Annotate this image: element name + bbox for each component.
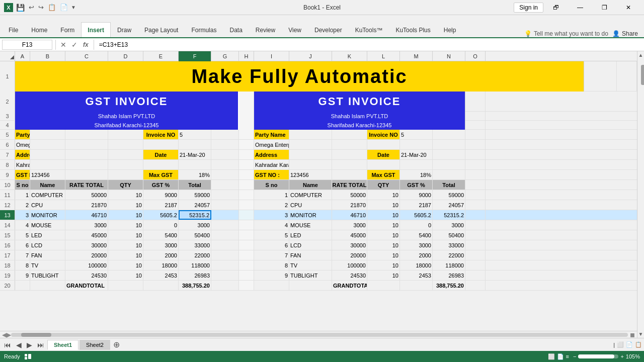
cell-C16[interactable]: 30000 (65, 240, 108, 250)
cell-C13[interactable]: 46710 (65, 210, 108, 220)
cell-H18[interactable] (239, 260, 254, 270)
zoom-in-button[interactable]: + (620, 353, 623, 359)
cell-J14[interactable]: MOUSE (289, 220, 332, 230)
cell-G5[interactable] (211, 130, 239, 139)
cell-B15[interactable]: LED (30, 230, 65, 240)
scroll-left-btn[interactable]: ◀ (2, 331, 7, 338)
cell-F12[interactable]: 24057 (179, 200, 211, 210)
col-header-F[interactable]: F (179, 51, 211, 61)
cell-H16[interactable] (239, 240, 254, 250)
cell-D12[interactable]: 10 (108, 200, 143, 210)
cell-M7-date-val[interactable]: 21-Mar-20 (400, 150, 433, 159)
zoom-slider[interactable] (578, 354, 618, 358)
cell-N5[interactable] (433, 130, 465, 139)
cell-L20[interactable] (367, 281, 400, 290)
cell-I5-party-label[interactable]: Party Name (254, 130, 289, 139)
cell-F20-grandtotal-val[interactable]: 388,755.20 (179, 281, 211, 290)
cell-A17[interactable]: 7 (15, 250, 30, 260)
cell-D18[interactable]: 10 (108, 260, 143, 270)
cell-M20[interactable] (400, 281, 433, 290)
tab-draw[interactable]: Draw (111, 22, 138, 37)
cell-D19[interactable]: 10 (108, 270, 143, 280)
cell-K14[interactable]: 3000 (332, 220, 367, 230)
cell-E8[interactable] (143, 160, 179, 169)
cell-L9-maxgst-label[interactable]: Max GST (367, 170, 400, 179)
cell-O14[interactable] (465, 220, 486, 230)
cell-L12[interactable]: 10 (367, 200, 400, 210)
cell-B16[interactable]: LCD (30, 240, 65, 250)
cell-A5-party-label[interactable]: Party Name (15, 130, 30, 139)
cell-O9[interactable] (465, 170, 486, 179)
cell-O18[interactable] (465, 260, 486, 270)
cell-F18[interactable]: 118000 (179, 260, 211, 270)
cell-I15[interactable]: 5 (254, 230, 289, 240)
cell-M5-invoice-val[interactable]: 5 (400, 130, 433, 139)
scroll-down-button[interactable]: ▼ (638, 330, 643, 338)
cell-F10-total[interactable]: Total (179, 180, 211, 190)
cell-K15[interactable]: 45000 (332, 230, 367, 240)
cell-M19[interactable]: 2453 (400, 270, 433, 280)
col-header-G[interactable]: G (211, 51, 239, 61)
cell-J16[interactable]: LCD (289, 240, 332, 250)
tab-home[interactable]: Home (25, 22, 54, 37)
cell-G16[interactable] (211, 240, 239, 250)
cell-C9[interactable] (65, 170, 108, 179)
cell-C8[interactable] (65, 160, 108, 169)
cell-K13[interactable]: 46710 (332, 210, 367, 220)
cell-H7[interactable] (239, 150, 254, 159)
cell-L7-date-label[interactable]: Date (367, 150, 400, 159)
name-box[interactable] (2, 40, 52, 50)
restore-down-button[interactable]: 🗗 (544, 0, 568, 15)
col-header-K[interactable]: K (332, 51, 367, 61)
quick-access-redo[interactable]: ↪ (37, 4, 45, 11)
col-header-A[interactable]: A (15, 51, 30, 61)
cell-E7-date-label[interactable]: Date (143, 150, 179, 159)
cell-J20[interactable] (289, 281, 332, 290)
cell-G17[interactable] (211, 250, 239, 260)
cell-N7[interactable] (433, 150, 465, 159)
cell-E9-maxgst-label[interactable]: Max GST (143, 170, 179, 179)
cell-L5-invoice-label[interactable]: Invoice NO (367, 130, 400, 139)
cell-O11[interactable] (465, 190, 486, 200)
cell-B17[interactable]: FAN (30, 250, 65, 260)
cell-B13[interactable]: MONITOR (30, 210, 65, 220)
cell-H9[interactable] (239, 170, 254, 179)
quick-access-extra1[interactable]: 📋 (47, 4, 57, 11)
cell-O8[interactable] (465, 160, 486, 169)
cell-O17[interactable] (465, 250, 486, 260)
normal-view-btn[interactable]: ⬜ (617, 341, 624, 348)
cell-O2[interactable] (465, 92, 486, 112)
cell-A16[interactable]: 6 (15, 240, 30, 250)
cell-C14[interactable]: 3000 (65, 220, 108, 230)
cell-H10[interactable] (239, 180, 254, 190)
cell-A10-sno[interactable]: S no (15, 180, 30, 190)
cell-N9[interactable] (433, 170, 465, 179)
cell-A20[interactable] (15, 281, 30, 290)
cell-A14[interactable]: 4 (15, 220, 30, 230)
tell-me-area[interactable]: 💡 Tell me what you want to do (524, 30, 608, 37)
cell-J10-name[interactable]: Name (289, 180, 332, 190)
cell-F13-selected[interactable]: 52315.2 (179, 210, 211, 220)
cell-D8[interactable] (108, 160, 143, 169)
cell-F16[interactable]: 33000 (179, 240, 211, 250)
cell-O10[interactable] (465, 180, 486, 190)
sheet-tab-1[interactable]: Sheet1 (47, 340, 78, 350)
cell-D6[interactable] (108, 140, 143, 149)
cell-N6[interactable] (433, 140, 465, 149)
cell-M6[interactable] (400, 140, 433, 149)
col-header-C[interactable]: C (65, 51, 108, 61)
cell-G10[interactable] (211, 180, 239, 190)
cell-J8[interactable] (289, 160, 332, 169)
cell-O19[interactable] (465, 270, 486, 280)
cell-K5[interactable] (332, 130, 367, 139)
cell-A18[interactable]: 8 (15, 260, 30, 270)
cell-D10-qty[interactable]: QTY (108, 180, 143, 190)
cell-H14[interactable] (239, 220, 254, 230)
col-header-I[interactable]: I (254, 51, 289, 61)
cell-K18[interactable]: 100000 (332, 260, 367, 270)
cell-O3[interactable] (465, 112, 486, 121)
cell-B11[interactable]: COMPUTER (30, 190, 65, 200)
cell-E11[interactable]: 9000 (143, 190, 179, 200)
cell-G14[interactable] (211, 220, 239, 230)
cell-C7[interactable] (65, 150, 108, 159)
